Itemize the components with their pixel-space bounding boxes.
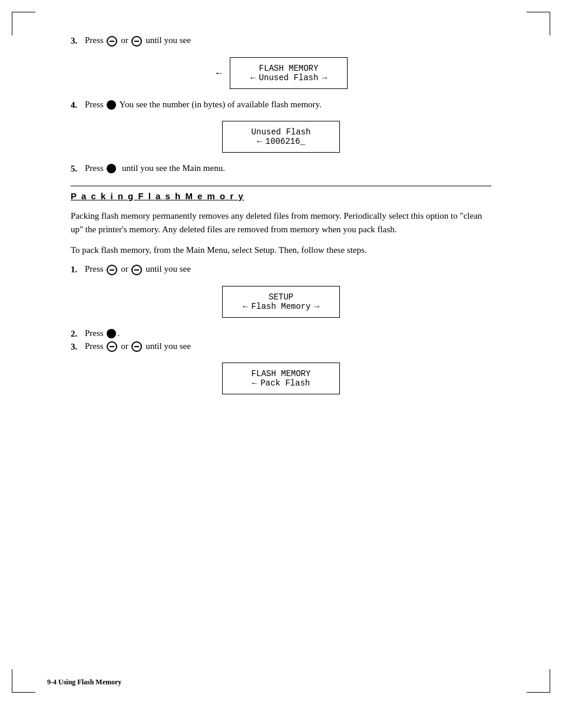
lcd-line1-4a: Unused Flash <box>240 127 322 137</box>
minus-btn-3a-2 <box>131 36 142 47</box>
circle-btn-5a <box>107 164 116 173</box>
left-arrow-3a: ← <box>214 68 224 78</box>
step-text-1b: Press or until you see <box>85 264 491 275</box>
step-4a: 4. Press You see the number (in bytes) o… <box>71 100 491 110</box>
step-num-4a: 4. <box>71 100 85 110</box>
step-5a: 5. Press until you see the Main menu. <box>71 163 491 174</box>
step-desc-4a: You see the number (in bytes) of availab… <box>117 100 321 109</box>
step-3a: 3. Press or until you see <box>71 35 491 47</box>
lcd-arrow-left-4a: ← <box>257 137 262 146</box>
corner-mark-tl <box>12 12 35 35</box>
circle-btn-4a <box>107 100 116 110</box>
lcd-arrow-right-3a: → <box>322 73 326 83</box>
lcd-line2-3a: ← Unused Flash → <box>248 73 329 83</box>
lcd-box-3b-wrap: FLASH MEMORY ← Pack Flash <box>71 357 491 400</box>
step-num-3b: 3. <box>71 341 85 352</box>
footer-note: 9-4 Using Flash Memory <box>47 678 121 687</box>
lcd-box-4a-wrap: Unused Flash ← 1006216_ <box>71 115 491 159</box>
page: 3. Press or until you see ← FLASH MEMORY… <box>0 0 562 728</box>
step-text-4a: Press You see the number (in bytes) of a… <box>85 100 491 110</box>
lcd-line2-1b: ← Flash Memory → <box>240 302 322 311</box>
lcd-arrow-right-1b: → <box>314 302 319 311</box>
lcd-box-1b: SETUP ← Flash Memory → <box>222 286 340 318</box>
step-text-5a: Press until you see the Main menu. <box>85 163 491 174</box>
lcd-line1-1b: SETUP <box>240 292 322 302</box>
lcd-box-3b: FLASH MEMORY ← Pack Flash <box>222 363 340 394</box>
step-num-2b: 2. <box>71 328 85 339</box>
lcd-box-3a-wrap: ← FLASH MEMORY ← Unused Flash → <box>71 51 491 95</box>
circle-btn-2b <box>107 329 116 338</box>
lcd-arrow-left-1b: ← <box>243 302 247 311</box>
step-2b: 2. Press . <box>71 328 491 339</box>
step-text-3a: Press or until you see <box>85 35 491 47</box>
main-content: 3. Press or until you see ← FLASH MEMORY… <box>47 35 515 400</box>
lcd-text-1b: Flash Memory <box>252 302 311 311</box>
lcd-box-3a: FLASH MEMORY ← Unused Flash → <box>230 57 348 89</box>
lcd-text-3a: Unused Flash <box>259 73 319 83</box>
step-num-5a: 5. <box>71 163 85 174</box>
step-text-3b: Press or until you see <box>85 341 491 353</box>
step-3b: 3. Press or until you see <box>71 341 491 353</box>
minus-btn-3b-2 <box>131 341 142 352</box>
lcd-box-1b-wrap: SETUP ← Flash Memory → <box>71 280 491 324</box>
body-paragraph-2: To pack flash memory, from the Main Menu… <box>71 243 491 257</box>
minus-btn-3a-1 <box>107 36 117 47</box>
minus-btn-3b-1 <box>107 341 117 352</box>
lcd-line1-3a: FLASH MEMORY <box>248 64 329 73</box>
lcd-line1-3b: FLASH MEMORY <box>240 369 322 378</box>
lcd-text-3b: Pack Flash <box>260 378 310 388</box>
corner-mark-tr <box>527 12 550 35</box>
section-divider <box>71 186 491 186</box>
body-paragraph-1: Packing flash memory permanently removes… <box>71 209 491 237</box>
section-title: P a c k i n g F l a s h M e m o r y <box>71 191 491 201</box>
lcd-arrow-left-3b: ← <box>252 378 257 388</box>
step-text-2b: Press . <box>85 328 491 339</box>
step-num-3a: 3. <box>71 35 85 46</box>
lcd-text-4a: 1006216_ <box>266 137 305 146</box>
step-num-1b: 1. <box>71 264 85 275</box>
minus-btn-1b-2 <box>131 265 142 275</box>
lcd-box-4a: Unused Flash ← 1006216_ <box>222 121 340 153</box>
step-1b: 1. Press or until you see <box>71 264 491 275</box>
lcd-line2-3b: ← Pack Flash <box>240 378 322 388</box>
minus-btn-1b-1 <box>107 265 117 275</box>
corner-mark-bl <box>12 669 35 693</box>
corner-mark-br <box>527 669 550 693</box>
lcd-arrow-left-3a: ← <box>250 73 255 83</box>
lcd-line2-4a: ← 1006216_ <box>240 137 322 146</box>
